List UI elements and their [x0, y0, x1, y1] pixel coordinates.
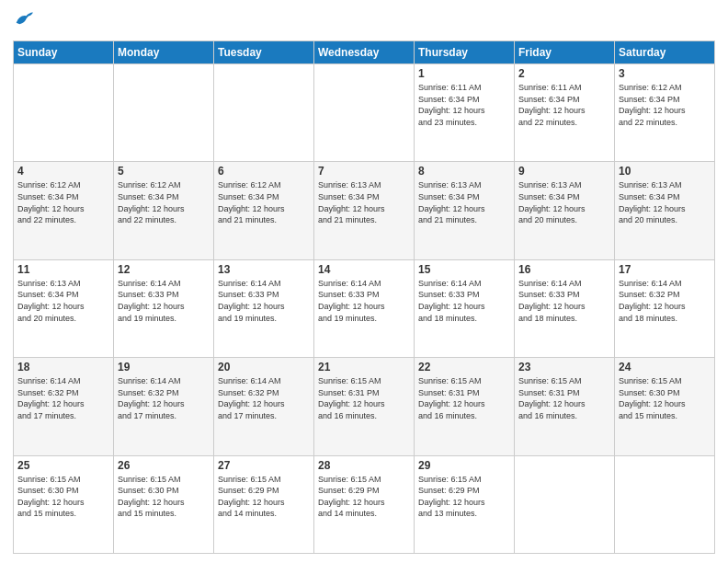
- day-number: 23: [518, 361, 610, 373]
- calendar-day-cell: 28Sunrise: 6:15 AMSunset: 6:29 PMDayligh…: [314, 455, 415, 553]
- calendar-day-cell: 14Sunrise: 6:14 AMSunset: 6:33 PMDayligh…: [314, 259, 415, 357]
- day-info: Sunrise: 6:13 AMSunset: 6:34 PMDaylight:…: [518, 179, 610, 225]
- calendar-day-cell: 11Sunrise: 6:13 AMSunset: 6:34 PMDayligh…: [14, 259, 114, 357]
- calendar-day-cell: 1Sunrise: 6:11 AMSunset: 6:34 PMDaylight…: [415, 64, 515, 162]
- day-number: 3: [619, 67, 711, 80]
- calendar-day-cell: [615, 455, 715, 553]
- day-number: 20: [218, 361, 310, 373]
- day-number: 26: [118, 459, 210, 472]
- calendar-day-cell: [114, 64, 214, 162]
- calendar-table: SundayMondayTuesdayWednesdayThursdayFrid…: [13, 40, 715, 554]
- calendar-day-header: Friday: [515, 41, 615, 64]
- day-info: Sunrise: 6:14 AMSunset: 6:33 PMDaylight:…: [518, 278, 610, 324]
- calendar-day-header: Sunday: [14, 41, 114, 64]
- calendar-day-cell: 17Sunrise: 6:14 AMSunset: 6:32 PMDayligh…: [615, 259, 715, 357]
- day-info: Sunrise: 6:12 AMSunset: 6:34 PMDaylight:…: [218, 179, 310, 225]
- calendar-day-cell: 9Sunrise: 6:13 AMSunset: 6:34 PMDaylight…: [515, 162, 615, 259]
- calendar-day-cell: 7Sunrise: 6:13 AMSunset: 6:34 PMDaylight…: [314, 162, 415, 259]
- day-number: 29: [418, 459, 510, 472]
- day-number: 25: [17, 459, 109, 472]
- calendar-day-cell: 3Sunrise: 6:12 AMSunset: 6:34 PMDaylight…: [615, 64, 715, 162]
- day-number: 10: [619, 165, 711, 178]
- day-info: Sunrise: 6:14 AMSunset: 6:32 PMDaylight:…: [118, 375, 210, 421]
- day-info: Sunrise: 6:15 AMSunset: 6:29 PMDaylight:…: [218, 474, 310, 520]
- day-number: 9: [518, 165, 610, 178]
- page: SundayMondayTuesdayWednesdayThursdayFrid…: [0, 0, 728, 563]
- day-info: Sunrise: 6:14 AMSunset: 6:32 PMDaylight:…: [218, 375, 310, 421]
- day-info: Sunrise: 6:13 AMSunset: 6:34 PMDaylight:…: [17, 278, 109, 324]
- calendar-day-cell: 16Sunrise: 6:14 AMSunset: 6:33 PMDayligh…: [515, 259, 615, 357]
- day-info: Sunrise: 6:14 AMSunset: 6:32 PMDaylight:…: [17, 375, 109, 421]
- day-info: Sunrise: 6:14 AMSunset: 6:33 PMDaylight:…: [418, 278, 510, 324]
- day-number: 21: [318, 361, 410, 373]
- calendar-day-cell: 5Sunrise: 6:12 AMSunset: 6:34 PMDaylight…: [114, 162, 214, 259]
- calendar-week-row: 11Sunrise: 6:13 AMSunset: 6:34 PMDayligh…: [14, 259, 715, 357]
- day-info: Sunrise: 6:15 AMSunset: 6:29 PMDaylight:…: [318, 474, 410, 520]
- calendar-week-row: 25Sunrise: 6:15 AMSunset: 6:30 PMDayligh…: [14, 455, 715, 553]
- day-number: 12: [118, 263, 210, 276]
- calendar-day-cell: 2Sunrise: 6:11 AMSunset: 6:34 PMDaylight…: [515, 64, 615, 162]
- calendar-day-header: Wednesday: [314, 41, 415, 64]
- calendar-body: 1Sunrise: 6:11 AMSunset: 6:34 PMDaylight…: [14, 64, 715, 554]
- day-number: 1: [418, 67, 510, 80]
- day-number: 28: [318, 459, 410, 472]
- calendar-day-cell: 22Sunrise: 6:15 AMSunset: 6:31 PMDayligh…: [415, 358, 515, 455]
- calendar-day-cell: 25Sunrise: 6:15 AMSunset: 6:30 PMDayligh…: [14, 455, 114, 553]
- day-number: 22: [418, 361, 510, 373]
- calendar-week-row: 4Sunrise: 6:12 AMSunset: 6:34 PMDaylight…: [14, 162, 715, 259]
- day-info: Sunrise: 6:15 AMSunset: 6:29 PMDaylight:…: [418, 474, 510, 520]
- day-info: Sunrise: 6:14 AMSunset: 6:32 PMDaylight:…: [619, 278, 711, 324]
- day-number: 11: [17, 263, 109, 276]
- day-info: Sunrise: 6:11 AMSunset: 6:34 PMDaylight:…: [418, 82, 510, 128]
- calendar-day-cell: 27Sunrise: 6:15 AMSunset: 6:29 PMDayligh…: [214, 455, 314, 553]
- day-number: 27: [218, 459, 310, 472]
- day-number: 15: [418, 263, 510, 276]
- day-number: 8: [418, 165, 510, 178]
- day-number: 5: [118, 165, 210, 178]
- day-info: Sunrise: 6:15 AMSunset: 6:30 PMDaylight:…: [118, 474, 210, 520]
- calendar-day-cell: [14, 64, 114, 162]
- calendar-header-row: SundayMondayTuesdayWednesdayThursdayFrid…: [14, 41, 715, 64]
- calendar-day-cell: 12Sunrise: 6:14 AMSunset: 6:33 PMDayligh…: [114, 259, 214, 357]
- calendar-day-cell: 8Sunrise: 6:13 AMSunset: 6:34 PMDaylight…: [415, 162, 515, 259]
- calendar-week-row: 18Sunrise: 6:14 AMSunset: 6:32 PMDayligh…: [14, 358, 715, 455]
- day-info: Sunrise: 6:13 AMSunset: 6:34 PMDaylight:…: [418, 179, 510, 225]
- day-number: 17: [619, 263, 711, 276]
- calendar-day-cell: 21Sunrise: 6:15 AMSunset: 6:31 PMDayligh…: [314, 358, 415, 455]
- day-info: Sunrise: 6:14 AMSunset: 6:33 PMDaylight:…: [218, 278, 310, 324]
- day-info: Sunrise: 6:13 AMSunset: 6:34 PMDaylight:…: [318, 179, 410, 225]
- calendar-day-cell: 10Sunrise: 6:13 AMSunset: 6:34 PMDayligh…: [615, 162, 715, 259]
- day-info: Sunrise: 6:13 AMSunset: 6:34 PMDaylight:…: [619, 179, 711, 225]
- day-info: Sunrise: 6:15 AMSunset: 6:31 PMDaylight:…: [418, 375, 510, 421]
- day-number: 13: [218, 263, 310, 276]
- day-number: 2: [518, 67, 610, 80]
- day-number: 14: [318, 263, 410, 276]
- calendar-day-cell: [214, 64, 314, 162]
- day-info: Sunrise: 6:15 AMSunset: 6:31 PMDaylight:…: [318, 375, 410, 421]
- calendar-day-cell: 6Sunrise: 6:12 AMSunset: 6:34 PMDaylight…: [214, 162, 314, 259]
- day-info: Sunrise: 6:14 AMSunset: 6:33 PMDaylight:…: [318, 278, 410, 324]
- calendar-day-header: Tuesday: [214, 41, 314, 64]
- calendar-day-header: Thursday: [415, 41, 515, 64]
- day-number: 6: [218, 165, 310, 178]
- calendar-day-header: Saturday: [615, 41, 715, 64]
- day-info: Sunrise: 6:11 AMSunset: 6:34 PMDaylight:…: [518, 82, 610, 128]
- day-info: Sunrise: 6:14 AMSunset: 6:33 PMDaylight:…: [118, 278, 210, 324]
- calendar-day-cell: [515, 455, 615, 553]
- calendar-day-cell: 19Sunrise: 6:14 AMSunset: 6:32 PMDayligh…: [114, 358, 214, 455]
- calendar-day-cell: 20Sunrise: 6:14 AMSunset: 6:32 PMDayligh…: [214, 358, 314, 455]
- day-info: Sunrise: 6:12 AMSunset: 6:34 PMDaylight:…: [17, 179, 109, 225]
- calendar-day-cell: [314, 64, 415, 162]
- day-number: 19: [118, 361, 210, 373]
- calendar-day-cell: 26Sunrise: 6:15 AMSunset: 6:30 PMDayligh…: [114, 455, 214, 553]
- calendar-day-header: Monday: [114, 41, 214, 64]
- calendar-day-cell: 15Sunrise: 6:14 AMSunset: 6:33 PMDayligh…: [415, 259, 515, 357]
- calendar-day-cell: 13Sunrise: 6:14 AMSunset: 6:33 PMDayligh…: [214, 259, 314, 357]
- calendar-day-cell: 29Sunrise: 6:15 AMSunset: 6:29 PMDayligh…: [415, 455, 515, 553]
- day-info: Sunrise: 6:15 AMSunset: 6:30 PMDaylight:…: [619, 375, 711, 421]
- day-info: Sunrise: 6:15 AMSunset: 6:31 PMDaylight:…: [518, 375, 610, 421]
- day-info: Sunrise: 6:12 AMSunset: 6:34 PMDaylight:…: [619, 82, 711, 128]
- calendar-week-row: 1Sunrise: 6:11 AMSunset: 6:34 PMDaylight…: [14, 64, 715, 162]
- day-number: 24: [619, 361, 711, 373]
- calendar-day-cell: 24Sunrise: 6:15 AMSunset: 6:30 PMDayligh…: [615, 358, 715, 455]
